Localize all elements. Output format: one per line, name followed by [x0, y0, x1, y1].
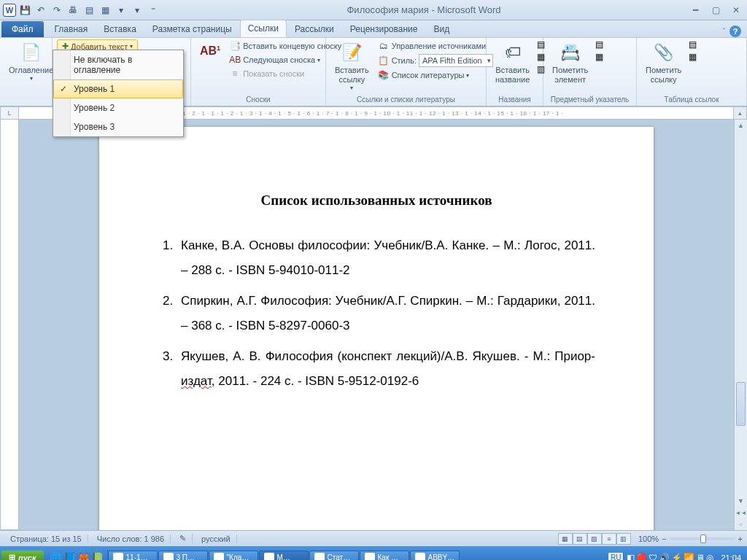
manage-sources-button[interactable]: 🗂Управление источниками — [376, 39, 495, 52]
zoom-value[interactable]: 100% — [638, 534, 659, 543]
ql-app1-icon[interactable]: 📘 — [63, 550, 77, 561]
language-status[interactable]: русский — [196, 534, 236, 543]
prev-page-icon[interactable]: ◄◄ — [735, 507, 747, 518]
zoom-in-button[interactable]: + — [738, 534, 743, 543]
scroll-down-icon[interactable]: ▼ — [735, 495, 747, 507]
taskbar-task[interactable]: 11-1… — [108, 551, 158, 561]
toa-opt2-icon[interactable]: ▦ — [689, 52, 697, 62]
style-select[interactable]: APA Fifth Edition — [419, 54, 493, 67]
tray-icon[interactable]: 📶 — [684, 553, 694, 561]
zoom-slider[interactable] — [670, 537, 735, 540]
taskbar-task[interactable]: Стат… — [309, 551, 359, 561]
maximize-button[interactable]: ▢ — [708, 4, 724, 16]
dropdown-item-level1[interactable]: ✓Уровень 1 — [53, 79, 183, 98]
qat-more2-icon[interactable]: ▾ — [130, 3, 144, 18]
ql-app2-icon[interactable]: 📗 — [91, 550, 104, 561]
dropdown-item-none[interactable]: Не включать в оглавление — [53, 50, 183, 79]
citations-group-label: Ссылки и списки литературы — [330, 95, 481, 104]
view-outline[interactable]: ≡ — [602, 533, 616, 545]
tray-icon[interactable]: ◎ — [706, 553, 713, 561]
add-text-dropdown: Не включать в оглавление ✓Уровень 1 Уров… — [53, 50, 184, 137]
vertical-ruler[interactable] — [0, 120, 19, 530]
word-count[interactable]: Число слов: 1 986 — [91, 534, 171, 543]
task-icon — [365, 553, 375, 561]
page-status[interactable]: Страница: 15 из 15 — [4, 534, 88, 543]
tab-insert[interactable]: Вставка — [96, 20, 144, 37]
language-indicator[interactable]: RU — [608, 553, 623, 560]
clock[interactable]: 21:04 — [716, 553, 746, 561]
tray-icon[interactable]: ◧ — [627, 553, 635, 561]
taskbar-task[interactable]: 3 П… — [158, 551, 208, 561]
status-bar: Страница: 15 из 15 Число слов: 1 986 ✎ р… — [0, 530, 747, 546]
tab-layout[interactable]: Разметка страницы — [144, 20, 240, 37]
mark-index-entry-button[interactable]: 📇 Пометить элемент — [548, 39, 592, 86]
toa-opt1-icon[interactable]: ▤ — [689, 39, 697, 50]
taskbar-task[interactable]: Как … — [360, 551, 409, 561]
tab-review[interactable]: Рецензирование — [342, 20, 426, 37]
browse-object-icon[interactable]: ○ — [735, 518, 747, 530]
print-icon[interactable]: 🖶 — [66, 3, 80, 18]
bibliography-button[interactable]: 📚Список литературы ▾ — [376, 69, 495, 82]
spellcheck-status[interactable]: ✎ — [174, 534, 193, 543]
ruler-toggle-icon[interactable]: ▴ — [734, 106, 747, 120]
scroll-up-icon[interactable]: ▲ — [735, 120, 747, 131]
tray-icon[interactable]: 🔴 — [636, 553, 647, 561]
view-buttons: ▦ ▤ ▧ ≡ ▥ — [558, 533, 631, 545]
tab-home[interactable]: Главная — [47, 20, 96, 37]
mark-citation-button[interactable]: 📎 Пометить ссылку — [641, 39, 686, 86]
save-icon[interactable]: 💾 — [18, 3, 32, 18]
minimize-button[interactable]: ━ — [687, 4, 703, 16]
bibliography-list: Канке, В.А. Основы философии: Учебник/В.… — [158, 233, 595, 394]
endnote-icon: 📑 — [229, 40, 241, 52]
undo-icon[interactable]: ↶ — [34, 3, 48, 18]
taskbar-task[interactable]: "Кла… — [209, 551, 258, 561]
view-full-screen[interactable]: ▤ — [573, 533, 587, 545]
taskbar-task[interactable]: ABBY… — [410, 551, 460, 561]
tab-selector[interactable]: L — [0, 106, 19, 120]
redo-icon[interactable]: ↷ — [50, 3, 64, 18]
qat-customize-icon[interactable]: ⁼ — [146, 3, 160, 18]
zoom-out-button[interactable]: − — [662, 534, 666, 543]
table-icon[interactable]: ▦ — [98, 3, 112, 18]
ql-firefox-icon[interactable]: 🦊 — [77, 550, 90, 561]
tab-view[interactable]: Вид — [425, 20, 457, 37]
dropdown-item-level2[interactable]: Уровень 2 — [53, 98, 183, 117]
tray-icon[interactable]: 🔊 — [659, 553, 670, 561]
index-opt1-icon[interactable]: ▤ — [595, 39, 603, 50]
start-button[interactable]: ⊞ пуск — [1, 551, 44, 560]
index-opt2-icon[interactable]: ▦ — [595, 52, 603, 62]
document-heading: Список использованных источников — [158, 192, 595, 209]
document-area[interactable]: Список использованных источников Канке, … — [19, 120, 734, 530]
style-icon: 📋 — [378, 55, 390, 66]
tab-mailings[interactable]: Рассылки — [287, 20, 342, 37]
new-doc-icon[interactable]: ▤ — [82, 3, 96, 18]
view-draft[interactable]: ▥ — [616, 533, 631, 545]
dropdown-item-level3[interactable]: Уровень 3 — [53, 117, 183, 136]
tray-icon[interactable]: 🛡 — [649, 553, 657, 561]
qat-more-icon[interactable]: ▾ — [114, 3, 128, 18]
captions-group-label: Названия — [491, 95, 538, 104]
file-tab[interactable]: Файл — [1, 21, 44, 37]
ql-ie-icon[interactable]: 🌐 — [50, 550, 63, 561]
next-footnote-icon: AB — [229, 54, 241, 66]
tray-icon[interactable]: 🖥 — [696, 553, 705, 561]
ribbon-minimize-icon[interactable]: ˆ — [723, 28, 725, 36]
vertical-scrollbar[interactable]: ▲ ▼ ◄◄ ○ — [734, 120, 747, 530]
ab1-icon: AB1 — [200, 44, 220, 58]
scroll-thumb[interactable] — [736, 382, 746, 426]
tray-icon[interactable]: ⚡ — [671, 553, 682, 561]
toa-group-label: Таблица ссылок — [641, 95, 742, 104]
view-print-layout[interactable]: ▦ — [558, 533, 573, 545]
toc-button[interactable]: 📄 Оглавление ▾ — [4, 39, 58, 84]
zoom-thumb[interactable] — [700, 534, 706, 543]
close-button[interactable]: ✕ — [728, 4, 744, 16]
insert-citation-button[interactable]: 📝 Вставить ссылку▾ — [330, 39, 374, 93]
help-icon[interactable]: ? — [729, 26, 741, 37]
insert-footnote-button[interactable]: AB1 — [196, 39, 225, 59]
view-web[interactable]: ▧ — [587, 533, 602, 545]
toa-icon: 📎 — [652, 41, 676, 64]
insert-caption-button[interactable]: 🏷 Вставить название — [491, 39, 534, 86]
index-icon: 📇 — [559, 41, 582, 64]
taskbar-task[interactable]: М… — [259, 551, 309, 561]
tab-references[interactable]: Ссылки — [240, 20, 287, 37]
